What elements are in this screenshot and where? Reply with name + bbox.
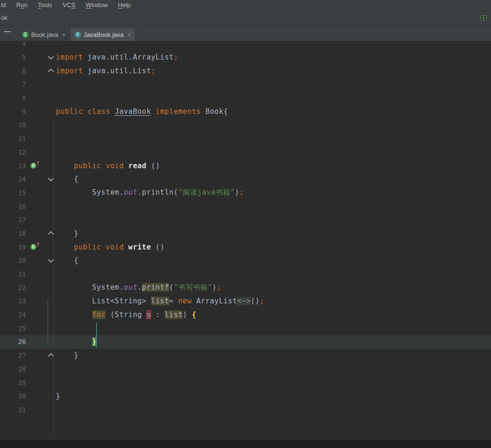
code-token: { [56, 256, 79, 265]
code-text: } [56, 229, 79, 238]
code-editor[interactable]: 45import java.util.ArrayList;6import jav… [0, 42, 491, 440]
code-token: ) [183, 310, 192, 319]
code-token: ; [239, 188, 244, 197]
code-token [56, 337, 92, 346]
menu-item-vcs[interactable]: VCS [57, 1, 80, 9]
line-number: 16 [18, 203, 26, 210]
gutter-cell: 9 [0, 104, 56, 118]
line-number: 20 [18, 257, 26, 264]
code-line[interactable]: 15 System.out.println("阅读java书籍"); [0, 186, 491, 200]
run-icon[interactable] [480, 14, 488, 22]
code-line[interactable]: 16 [0, 199, 491, 213]
code-token: import [56, 53, 83, 61]
active-block-guide [96, 322, 97, 348]
code-line[interactable]: 21 [0, 267, 491, 281]
code-line[interactable]: 12 [0, 146, 491, 159]
line-number: 30 [18, 392, 26, 400]
code-text: System.out.println("阅读java书籍"); [56, 188, 244, 197]
menu-item-tools[interactable]: Tools [33, 1, 57, 9]
code-line[interactable]: 9public class JavaBook implements Book{ [0, 104, 491, 118]
code-line[interactable]: 8 [0, 91, 491, 105]
code-token: out [124, 283, 138, 292]
code-token: implements [156, 107, 201, 116]
code-line[interactable]: 27 } [0, 349, 491, 362]
code-line[interactable]: 24 for (String s : list) { [0, 308, 491, 322]
line-number: 17 [18, 216, 26, 224]
tab-javabook.java[interactable]: CJavaBook.java× [70, 28, 136, 41]
code-token: () [251, 297, 260, 305]
code-token: { [192, 310, 196, 319]
override-method-icon[interactable]: O↑ [30, 243, 39, 251]
code-line[interactable]: 28 [0, 362, 491, 376]
code-token: } [56, 351, 79, 360]
code-text: List<String> list= new ArrayList<~>(); [56, 297, 264, 305]
code-text: } [56, 337, 96, 346]
line-number: 26 [18, 338, 26, 345]
gutter-cell: 10 [0, 118, 56, 132]
fold-down-icon[interactable] [48, 53, 54, 60]
code-token: ; [260, 297, 264, 305]
code-token: ) [212, 283, 217, 292]
override-method-icon[interactable]: O↑ [30, 162, 39, 170]
menu-item-help[interactable]: Help [113, 1, 136, 9]
tab-book.java[interactable]: IBook.java× [18, 28, 70, 41]
code-line[interactable]: 18 } [0, 227, 491, 241]
code-token: Book{ [201, 107, 228, 116]
code-line[interactable]: 6import java.util.List; [0, 64, 491, 78]
collapse-icon[interactable] [4, 31, 11, 32]
code-text: } [56, 392, 61, 400]
close-icon[interactable]: × [62, 31, 66, 38]
gutter-cell: 27 [0, 349, 56, 362]
line-number: 18 [18, 230, 26, 237]
code-token [56, 310, 92, 319]
code-token: (String [105, 310, 146, 319]
code-token: System. [56, 283, 124, 292]
class-file-icon: C [75, 32, 81, 38]
fold-down-icon[interactable] [48, 176, 54, 182]
fold-up-icon[interactable] [48, 231, 54, 237]
fold-up-icon[interactable] [48, 353, 54, 359]
code-text: import java.util.List; [56, 67, 156, 75]
code-line[interactable]: 30} [0, 389, 491, 403]
code-line[interactable]: 31 [0, 403, 491, 417]
close-icon[interactable]: × [127, 31, 131, 38]
code-line[interactable]: 23 List<String> list= new ArrayList<~>()… [0, 294, 491, 308]
code-line[interactable]: 17 [0, 213, 491, 227]
code-line[interactable]: 14 { [0, 172, 491, 186]
code-line[interactable]: 19O↑ public void write () [0, 240, 491, 254]
code-line[interactable]: 10 [0, 118, 491, 132]
code-line[interactable]: 22 System.out.printf("书写书籍"); [0, 281, 491, 294]
gutter-cell: 14 [0, 172, 56, 186]
breadcrumb[interactable]: ok [1, 14, 8, 21]
interface-file-icon: I [22, 32, 28, 38]
code-line[interactable]: 29 [0, 376, 491, 389]
menu-bar: ldRunToolsVCSWindowHelp [0, 0, 491, 10]
vcs-change-marker [47, 299, 48, 346]
code-line[interactable]: 25 [0, 321, 491, 335]
gutter-cell: 17 [0, 213, 56, 227]
fold-down-icon[interactable] [48, 257, 54, 263]
gutter-cell: 31 [0, 403, 56, 417]
code-line[interactable]: 20 { [0, 254, 491, 267]
code-line[interactable]: 26 } [0, 335, 491, 349]
code-line[interactable]: 7 [0, 78, 491, 91]
code-line[interactable]: 11 [0, 132, 491, 146]
line-number: 11 [18, 135, 26, 142]
code-line[interactable]: 4 [0, 42, 491, 51]
navigation-bar: ok [0, 10, 491, 26]
code-token: () [151, 243, 165, 251]
code-line[interactable]: 13O↑ public void read () [0, 159, 491, 172]
line-number: 8 [22, 94, 26, 102]
menu-item-ld[interactable]: ld [0, 1, 11, 9]
code-token: () [147, 162, 160, 170]
code-token: List<String> [56, 297, 151, 305]
menu-item-run[interactable]: Run [11, 1, 33, 9]
menu-item-window[interactable]: Window [80, 1, 113, 9]
code-token: "阅读java书籍" [178, 188, 235, 197]
line-number: 12 [18, 148, 26, 156]
line-number: 24 [18, 311, 26, 319]
gutter-cell: 15 [0, 186, 56, 200]
fold-up-icon[interactable] [48, 69, 54, 75]
line-number: 23 [18, 297, 26, 305]
code-line[interactable]: 5import java.util.ArrayList; [0, 51, 491, 64]
